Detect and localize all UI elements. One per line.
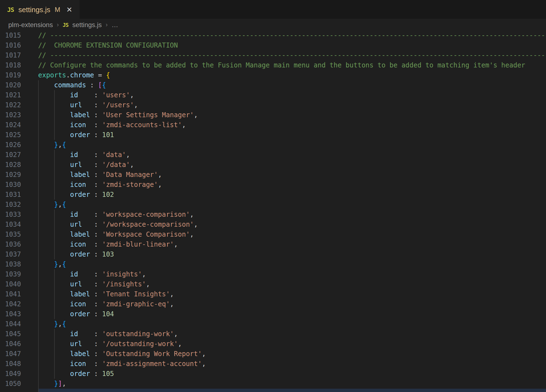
code-token: , <box>174 241 178 248</box>
breadcrumb-folder[interactable]: plm-extensions <box>8 21 53 29</box>
code-token: , <box>158 181 162 189</box>
code-line[interactable]: 1022 url : '/users', <box>0 100 546 110</box>
line-number[interactable]: 1016 <box>0 40 21 50</box>
code-line[interactable]: 1037 order : 103 <box>0 249 546 259</box>
code-token: icon <box>70 241 86 248</box>
code-line[interactable]: 1039 id : 'insights', <box>0 269 546 279</box>
code-line[interactable]: 1027 id : 'data', <box>0 150 546 160</box>
line-number[interactable]: 1050 <box>0 379 21 389</box>
line-number[interactable]: 1037 <box>0 249 21 259</box>
code-line[interactable]: 1033 id : 'workspace-comparison', <box>0 210 546 219</box>
line-number[interactable]: 1042 <box>0 299 21 309</box>
code-line[interactable]: 1020 commands : [{ <box>0 80 546 90</box>
close-icon[interactable]: ✕ <box>66 6 72 14</box>
line-number[interactable]: 1022 <box>0 100 21 110</box>
code-line[interactable]: 1050 }], <box>0 379 546 389</box>
line-number[interactable]: 1038 <box>0 259 21 269</box>
code-line[interactable]: 1047 label : 'Outstanding Work Report', <box>0 349 546 359</box>
code-line[interactable]: 1016// CHOROME EXTENSION CONFIGURATION <box>0 40 546 50</box>
line-number[interactable]: 1029 <box>0 170 21 180</box>
code-line[interactable]: 1030 icon : 'zmdi-storage', <box>0 180 546 190</box>
line-number[interactable]: 1017 <box>0 50 21 60</box>
code-line[interactable]: 1031 order : 102 <box>0 190 546 200</box>
breadcrumb-file[interactable]: settings.js <box>72 21 102 29</box>
code-content: order : 105 <box>38 369 546 379</box>
line-number[interactable]: 1048 <box>0 359 21 369</box>
indent-guide <box>54 180 55 190</box>
indent-guide <box>54 349 55 359</box>
line-number[interactable]: 1026 <box>0 140 21 150</box>
code-line[interactable]: 1024 icon : 'zmdi-accounts-list', <box>0 120 546 130</box>
code-line[interactable]: 1046 url : '/outstanding-work', <box>0 339 546 349</box>
line-number[interactable]: 1015 <box>0 30 21 40</box>
line-number[interactable]: 1027 <box>0 150 21 160</box>
code-line[interactable]: 1034 url : '/workspace-comparison', <box>0 219 546 229</box>
code-line[interactable]: 1044 },{ <box>0 319 546 329</box>
code-token: : <box>86 360 102 368</box>
line-number[interactable]: 1018 <box>0 60 21 70</box>
line-number[interactable]: 1039 <box>0 269 21 279</box>
line-number[interactable]: 1049 <box>0 369 21 379</box>
line-number[interactable]: 1019 <box>0 70 21 80</box>
code-content: label : 'Outstanding Work Report', <box>38 349 546 359</box>
code-line[interactable]: 1032 },{ <box>0 200 546 210</box>
line-number[interactable]: 1023 <box>0 110 21 120</box>
code-token: label <box>70 231 90 238</box>
code-line[interactable]: 1019exports.chrome = { <box>0 70 546 80</box>
code-content: icon : 'zmdi-assignment-account', <box>38 359 546 369</box>
breadcrumb-symbol-ellipsis[interactable]: … <box>112 21 118 29</box>
javascript-file-icon: JS <box>63 22 69 28</box>
code-line[interactable]: 1026 },{ <box>0 140 546 150</box>
partial-line-1051[interactable] <box>0 389 546 392</box>
code-line[interactable]: 1043 order : 104 <box>0 309 546 319</box>
indent-guide <box>38 349 39 359</box>
line-number[interactable]: 1020 <box>0 80 21 90</box>
code-content: label : 'Tenant Insights', <box>38 289 546 299</box>
code-line[interactable]: 1017// ---------------------------------… <box>0 50 546 60</box>
code-line[interactable]: 1021 id : 'users', <box>0 90 546 100</box>
indent-guide <box>54 279 55 289</box>
tab-settings-js[interactable]: JS settings.js M ✕ <box>0 0 80 19</box>
line-number[interactable]: 1044 <box>0 319 21 329</box>
line-number[interactable]: 1047 <box>0 349 21 359</box>
code-line[interactable]: 1042 icon : 'zmdi-graphic-eq', <box>0 299 546 309</box>
code-line[interactable]: 1029 label : 'Data Manager', <box>0 170 546 180</box>
code-line[interactable]: 1015// ---------------------------------… <box>0 30 546 40</box>
line-number[interactable]: 1040 <box>0 279 21 289</box>
code-line[interactable]: 1018// Configure the commands to be adde… <box>0 60 546 70</box>
line-number[interactable]: 1024 <box>0 120 21 130</box>
line-number[interactable]: 1021 <box>0 90 21 100</box>
code-line[interactable]: 1041 label : 'Tenant Insights', <box>0 289 546 299</box>
line-number[interactable]: 1046 <box>0 339 21 349</box>
line-number[interactable]: 1034 <box>0 219 21 229</box>
code-line[interactable]: 1049 order : 105 <box>0 369 546 379</box>
line-number[interactable]: 1032 <box>0 200 21 210</box>
breadcrumb: plm-extensions › JS settings.js › … <box>0 19 546 30</box>
line-number[interactable]: 1033 <box>0 210 21 219</box>
code-line[interactable]: 1045 id : 'outstanding-work', <box>0 329 546 339</box>
code-line[interactable]: 1023 label : 'User Settings Manager', <box>0 110 546 120</box>
code-token: 'Outstanding Work Report' <box>102 350 202 358</box>
code-line[interactable]: 1025 order : 101 <box>0 130 546 140</box>
code-line[interactable]: 1028 url : '/data', <box>0 160 546 170</box>
line-number[interactable]: 1030 <box>0 180 21 190</box>
code-line[interactable]: 1038 },{ <box>0 259 546 269</box>
code-token: : <box>82 101 102 109</box>
line-number[interactable]: 1031 <box>0 190 21 200</box>
code-line[interactable]: 1036 icon : 'zmdi-blur-linear', <box>0 239 546 249</box>
code-line[interactable]: 1035 label : 'Workspace Comparison', <box>0 229 546 239</box>
line-number[interactable]: 1041 <box>0 289 21 299</box>
code-line[interactable]: 1048 icon : 'zmdi-assignment-account', <box>0 359 546 369</box>
line-number[interactable]: 1043 <box>0 309 21 319</box>
line-number[interactable]: 1025 <box>0 130 21 140</box>
indent-guide <box>38 160 39 170</box>
code-line[interactable]: 1040 url : '/insights', <box>0 279 546 289</box>
code-token: label <box>70 350 90 358</box>
code-token: url <box>70 280 82 288</box>
line-number[interactable]: 1035 <box>0 229 21 239</box>
line-number <box>0 389 21 392</box>
line-number[interactable]: 1028 <box>0 160 21 170</box>
code-token: 'Tenant Insights' <box>102 290 170 298</box>
line-number[interactable]: 1045 <box>0 329 21 339</box>
line-number[interactable]: 1036 <box>0 239 21 249</box>
